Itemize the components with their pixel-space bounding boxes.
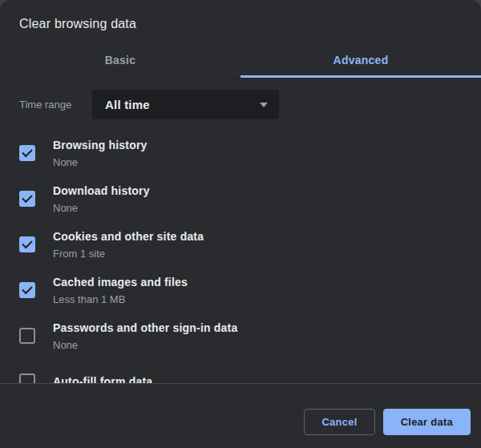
list-item-cookies[interactable]: Cookies and other site data From 1 site [19, 227, 462, 262]
checkbox[interactable] [19, 373, 35, 383]
list-item-cached-images[interactable]: Cached images and files Less than 1 MB [19, 272, 462, 308]
list-item-label: Cookies and other site data [53, 228, 204, 245]
list-item-download-history[interactable]: Download history None [19, 181, 462, 216]
dialog-footer: Cancel Clear data [0, 383, 481, 448]
clear-data-button[interactable]: Clear data [383, 409, 471, 435]
checkbox[interactable] [19, 282, 35, 298]
list-item-text: Cookies and other site data From 1 site [53, 228, 204, 262]
dialog-header: Clear browsing data [0, 0, 481, 44]
checkbox[interactable] [19, 236, 35, 252]
tab-bar: Basic Advanced [0, 44, 481, 79]
list-item-sublabel: None [53, 337, 237, 353]
chevron-down-icon [260, 103, 268, 107]
checkbox[interactable] [19, 191, 35, 207]
list-item-label: Auto-fill form data [53, 373, 152, 383]
list-item-label: Browsing history [53, 136, 148, 154]
list-item-sublabel: None [53, 200, 150, 216]
list-item-label: Cached images and files [53, 273, 188, 291]
time-range-label: Time range [19, 99, 92, 111]
cancel-button[interactable]: Cancel [304, 409, 374, 435]
list-item-text: Download history None [53, 182, 150, 216]
list-item-sublabel: From 1 site [53, 245, 204, 262]
checkbox[interactable] [19, 145, 35, 161]
list-item-text: Cached images and files Less than 1 MB [53, 273, 188, 308]
list-item-label: Passwords and other sign-in data [53, 319, 237, 337]
time-range-select[interactable]: All time [92, 90, 279, 119]
list-item-autofill[interactable]: Auto-fill form data [19, 364, 462, 383]
list-item-passwords[interactable]: Passwords and other sign-in data None [19, 318, 462, 353]
dialog-title: Clear browsing data [19, 17, 462, 31]
list-item-sublabel: Less than 1 MB [53, 291, 188, 308]
list-item-text: Passwords and other sign-in data None [53, 319, 237, 353]
data-type-list: Browsing history None Download history N… [19, 135, 462, 383]
list-item-browsing-history[interactable]: Browsing history None [19, 135, 462, 171]
list-item-sublabel: None [53, 154, 148, 171]
checkbox[interactable] [19, 328, 35, 344]
tab-advanced[interactable]: Advanced [240, 44, 481, 78]
clear-browsing-data-dialog: Clear browsing data Basic Advanced Time … [0, 0, 481, 448]
list-item-text: Auto-fill form data [53, 373, 152, 383]
list-item-label: Download history [53, 182, 150, 200]
time-range-selected-value: All time [105, 98, 150, 111]
time-range-row: Time range All time [19, 90, 462, 119]
tab-basic[interactable]: Basic [0, 44, 240, 78]
dialog-scroll-area: Time range All time Browsing history Non… [0, 79, 481, 383]
list-item-text: Browsing history None [53, 136, 148, 171]
